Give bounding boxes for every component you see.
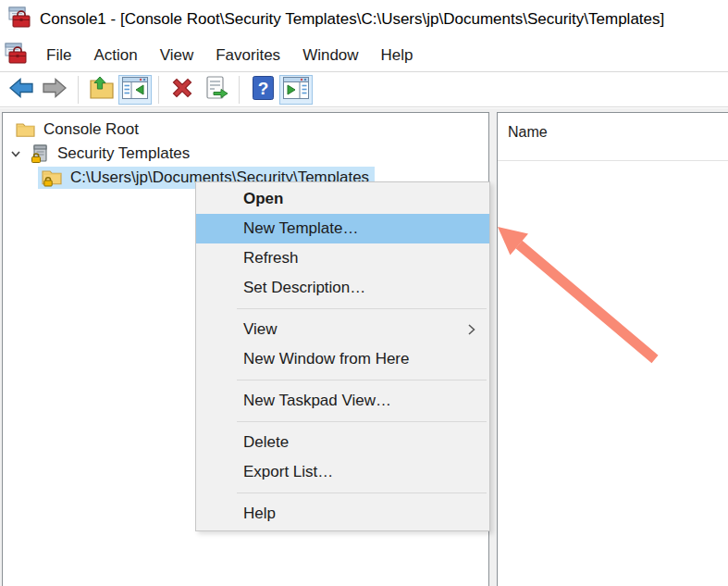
forward-arrow-icon bbox=[41, 75, 68, 105]
back-button[interactable] bbox=[5, 75, 38, 105]
export-list-button[interactable] bbox=[199, 75, 232, 105]
context-menu-separator bbox=[237, 421, 487, 422]
details-panel: Name bbox=[497, 112, 728, 586]
column-header-name[interactable]: Name bbox=[498, 113, 728, 161]
context-menu-item-help[interactable]: Help bbox=[196, 499, 489, 529]
security-snapin-icon bbox=[31, 144, 49, 163]
tree-item-label: Console Root bbox=[43, 120, 139, 139]
context-menu-separator bbox=[237, 380, 487, 380]
help-button[interactable]: ? bbox=[246, 75, 279, 105]
context-menu-item-new-window-from-here[interactable]: New Window from Here bbox=[196, 344, 489, 374]
tree-item-security-templates[interactable]: Security Templates bbox=[3, 142, 488, 166]
menu-help[interactable]: Help bbox=[370, 41, 425, 70]
folder-icon bbox=[16, 121, 35, 138]
help-icon: ? bbox=[251, 75, 276, 105]
up-one-level-icon bbox=[89, 75, 115, 105]
child-window-system-menu-icon[interactable] bbox=[5, 42, 27, 69]
context-menu-separator bbox=[237, 308, 487, 309]
delete-x-icon bbox=[168, 74, 196, 106]
show-console-tree-button[interactable] bbox=[118, 75, 152, 105]
submenu-arrow-icon bbox=[467, 323, 475, 336]
svg-text:?: ? bbox=[257, 79, 268, 98]
context-menu-item-open[interactable]: Open bbox=[196, 184, 489, 214]
chevron-expanded-icon[interactable] bbox=[9, 147, 22, 160]
context-menu-item-label: View bbox=[243, 320, 278, 338]
context-menu-separator bbox=[237, 492, 487, 493]
toolbar-separator bbox=[239, 76, 240, 104]
show-console-tree-icon bbox=[121, 76, 149, 104]
mmc-console-icon bbox=[8, 6, 31, 32]
delete-button[interactable] bbox=[166, 75, 199, 105]
context-menu-item-refresh[interactable]: Refresh bbox=[196, 243, 489, 273]
up-one-level-button[interactable] bbox=[85, 75, 118, 105]
menu-view[interactable]: View bbox=[149, 41, 205, 70]
export-list-icon bbox=[202, 75, 229, 105]
window-title: Console1 - [Console Root\Security Templa… bbox=[40, 10, 664, 29]
menu-window[interactable]: Window bbox=[291, 41, 369, 70]
forward-button[interactable] bbox=[38, 75, 71, 105]
menu-favorites[interactable]: Favorites bbox=[204, 41, 291, 70]
tree-item-label: Security Templates bbox=[57, 144, 190, 163]
context-menu-item-view[interactable]: View bbox=[196, 315, 489, 344]
toolbar-separator bbox=[78, 76, 79, 104]
menu-action[interactable]: Action bbox=[82, 41, 148, 70]
title-bar: Console1 - [Console Root\Security Templa… bbox=[0, 0, 728, 39]
show-action-pane-button[interactable] bbox=[279, 75, 313, 105]
tree-item-console-root[interactable]: Console Root bbox=[3, 118, 488, 142]
context-menu-item-new-taskpad-view[interactable]: New Taskpad View… bbox=[196, 386, 489, 416]
menu-bar: File Action View Favorites Window Help bbox=[0, 39, 728, 72]
menu-file[interactable]: File bbox=[35, 41, 82, 70]
context-menu-item-set-description[interactable]: Set Description… bbox=[196, 273, 489, 303]
back-arrow-icon bbox=[7, 75, 35, 105]
context-menu-item-new-template[interactable]: New Template… bbox=[196, 214, 489, 243]
context-menu: Open New Template… Refresh Set Descripti… bbox=[195, 181, 490, 531]
show-action-pane-icon bbox=[282, 76, 310, 104]
context-menu-item-export-list[interactable]: Export List… bbox=[196, 457, 489, 487]
folder-lock-icon bbox=[42, 168, 62, 187]
toolbar: ? bbox=[0, 72, 728, 107]
toolbar-separator bbox=[158, 76, 159, 104]
context-menu-item-delete[interactable]: Delete bbox=[196, 428, 489, 457]
